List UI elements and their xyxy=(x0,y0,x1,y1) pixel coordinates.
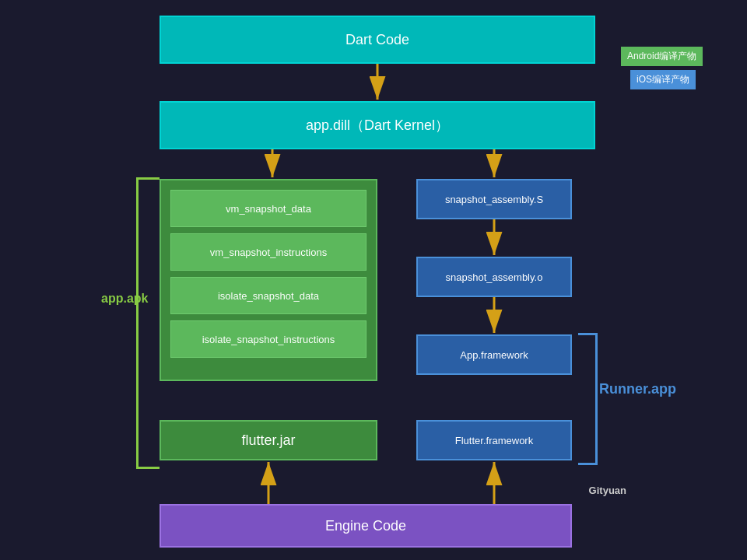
flutter-jar-label: flutter.jar xyxy=(241,432,295,449)
app-framework-box: App.framework xyxy=(416,334,572,375)
app-framework-label: App.framework xyxy=(460,349,528,361)
ios-badge: iOS编译产物 xyxy=(630,70,696,89)
isolate-snapshot-data-label: isolate_snapshot_data xyxy=(218,290,319,302)
app-dill-label: app.dill（Dart Kernel） xyxy=(306,116,449,135)
dart-code-box: Dart Code xyxy=(160,16,595,64)
android-badge: Android编译产物 xyxy=(621,47,703,66)
flutter-framework-label: Flutter.framework xyxy=(455,435,533,446)
flutter-framework-box: Flutter.framework xyxy=(416,420,572,460)
engine-code-label: Engine Code xyxy=(325,518,406,534)
apk-bracket xyxy=(136,177,160,469)
snapshot-assembly-s-box: snapshot_assembly.S xyxy=(416,179,572,219)
vm-snapshot-data-box: vm_snapshot_data xyxy=(170,190,366,227)
isolate-snapshot-instructions-label: isolate_snapshot_instructions xyxy=(202,334,335,345)
runner-label: Runner.app xyxy=(599,381,676,397)
snapshot-assembly-s-label: snapshot_assembly.S xyxy=(445,194,543,205)
dart-code-label: Dart Code xyxy=(345,32,409,48)
engine-code-box: Engine Code xyxy=(160,504,572,548)
apk-label: app.apk xyxy=(101,292,148,306)
isolate-snapshot-instructions-box: isolate_snapshot_instructions xyxy=(170,320,366,358)
vm-snapshot-instructions-label: vm_snapshot_instructions xyxy=(210,247,327,258)
vm-snapshot-instructions-box: vm_snapshot_instructions xyxy=(170,233,366,271)
flutter-jar-box: flutter.jar xyxy=(160,420,377,460)
isolate-snapshot-data-box: isolate_snapshot_data xyxy=(170,277,366,314)
gityuan-watermark: Gityuan xyxy=(589,485,626,496)
snapshot-assembly-o-box: snapshot_assembly.o xyxy=(416,257,572,297)
green-container: vm_snapshot_data vm_snapshot_instruction… xyxy=(160,179,377,381)
diagram-container: Android编译产物 iOS编译产物 Dart Code app.dill（D… xyxy=(0,0,747,560)
vm-snapshot-data-label: vm_snapshot_data xyxy=(226,203,311,215)
snapshot-assembly-o-label: snapshot_assembly.o xyxy=(446,271,543,283)
app-dill-box: app.dill（Dart Kernel） xyxy=(160,101,595,149)
runner-bracket xyxy=(578,333,598,465)
